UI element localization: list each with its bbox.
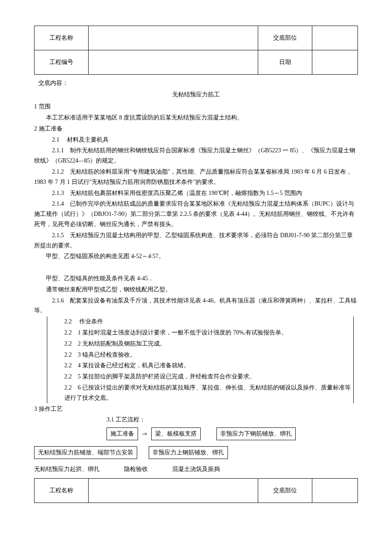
flow-box-formwork: 梁、板模板支搭: [151, 427, 201, 440]
footer-table: 工程名称 交底部位: [34, 478, 358, 503]
disclose-part-label: 交底部位: [258, 26, 312, 50]
s2-2-3: 2.2 3 锚具已经检查验收。: [64, 350, 353, 360]
flow-box-upper-rebar: 非预应力上钢筋铺放、绑扎: [149, 446, 228, 459]
disclose-content-label: 交底内容：: [38, 78, 358, 88]
flow-row-2: 无粘结预应力筋铺放、端部节点安装 非预应力上钢筋铺放、绑扎: [34, 445, 358, 460]
section-3: 3 操作工艺: [34, 404, 358, 414]
s2-2-4: 2.2 4 某拉设备已经过检定，机具已准备就绪。: [64, 360, 353, 371]
flow-box-tendon-lay: 无粘结预应力筋铺放、端部节点安装: [34, 446, 137, 459]
date-label: 日期: [258, 50, 312, 74]
flow-text-inspect: 隐检验收: [124, 466, 148, 472]
s2-2-2: 2.2 2 无粘结筋配制及钢筋加工完成。: [64, 339, 353, 349]
doc-title: 无粘结预应力筋工: [34, 90, 358, 100]
s2-2: 2.2 作业条件: [64, 317, 353, 327]
s2-1-3: 2.1.3 无粘结筋包裹层材料采用低密度高压聚乙烯（温度在 190℃时，融熔指数…: [34, 188, 358, 198]
s3-1: 3.1 工艺流程：: [107, 415, 358, 425]
flow-text-concrete: 混凝土浇筑及振捣: [172, 466, 220, 472]
s2-1-5: 2.1.5 无粘结预应力混凝土结构用的甲型、乙型锚固系统构造、技术要求等，必须符…: [34, 230, 358, 251]
arrow-icon: -»: [140, 429, 150, 439]
s2-1-5b: 甲型、乙型锚具的性能及条件见表 4-45．: [34, 273, 358, 284]
s2-2-5: 2.2 5 某拉部位的脚手架及防护栏搭设已完成，并经检查符合作业要求。: [64, 372, 353, 382]
disclose-part-value: [312, 26, 358, 50]
flow-row-1: 施工准备 -» 梁、板模板支搭 非预应力下钢筋铺放、绑扎: [107, 427, 358, 441]
footer-project-name-label: 工程名称: [35, 479, 89, 503]
project-no-label: 工程编号: [35, 50, 89, 74]
s2-2-6: 2.2 6 已按设计提出的要求对无粘结筋的某拉顺序、某拉值、伸长值、无粘结筋的铺…: [64, 383, 353, 403]
flow-box-lower-rebar: 非预应力下钢筋铺放、绑扎: [216, 427, 296, 440]
conditions-block: 2.2 作业条件 2.2 1 某拉时混凝土强度达到设计要求，一般不低于设计强度的…: [47, 317, 354, 403]
s2-1-6: 2.1.6 配套某拉设备有油泵及千斤顶，其技术性能详见表 4-46。机具有顶压器…: [34, 296, 358, 316]
s2-1-2: 2.1.2 无粘结筋的涂料层采用"专用建筑油脂"，其性能、产品质量指标应符合某某…: [34, 167, 358, 187]
footer-disclose-part-label: 交底部位: [258, 479, 312, 503]
flow-box-prepare: 施工准备: [107, 427, 138, 440]
project-name-value: [89, 26, 258, 50]
s2-1-4: 2.1.4 已制作完毕的无粘结筋成品的质量要求应符合某某地区标准《无粘结预应力混…: [34, 199, 358, 229]
section-2: 2 施工准备: [34, 124, 358, 134]
section-1: 1 范围: [34, 102, 358, 112]
footer-project-name-value: [89, 479, 258, 503]
s2-1: 2.1 材料及主要机具: [34, 135, 358, 145]
s1-text: 本工艺标准适用于某某地区 8 度抗震设防的后某无粘结预应力混凝土结构。: [34, 113, 358, 123]
flow-text-arch: 无粘结预应力起拱、绑扎: [34, 466, 100, 472]
flow-row-3: 无粘结预应力起拱、绑扎 隐检验收 混凝土浇筑及振捣: [34, 464, 358, 474]
s2-1-5a: 甲型、乙型锚固系统的构造见图 4-52～4·57。: [34, 251, 358, 262]
s2-2-1: 2.2 1 某拉时混凝土强度达到设计要求，一般不低于设计强度的 70%,有试验报…: [64, 328, 353, 338]
date-value: [312, 50, 358, 74]
project-name-label: 工程名称: [35, 26, 89, 50]
header-table: 工程名称 交底部位 工程编号 日期: [34, 26, 358, 75]
project-no-value: [89, 50, 258, 74]
footer-disclose-part-value: [312, 479, 358, 503]
s2-1-5c: 通常钢丝束配用甲型或乙型，钢绞线配用乙型。: [34, 285, 358, 295]
s2-1-1: 2.1.1 制作无粘结筋用的钢丝和钢绞线应符合国家标准《预应力混凝土钢丝》（GB…: [34, 145, 358, 166]
